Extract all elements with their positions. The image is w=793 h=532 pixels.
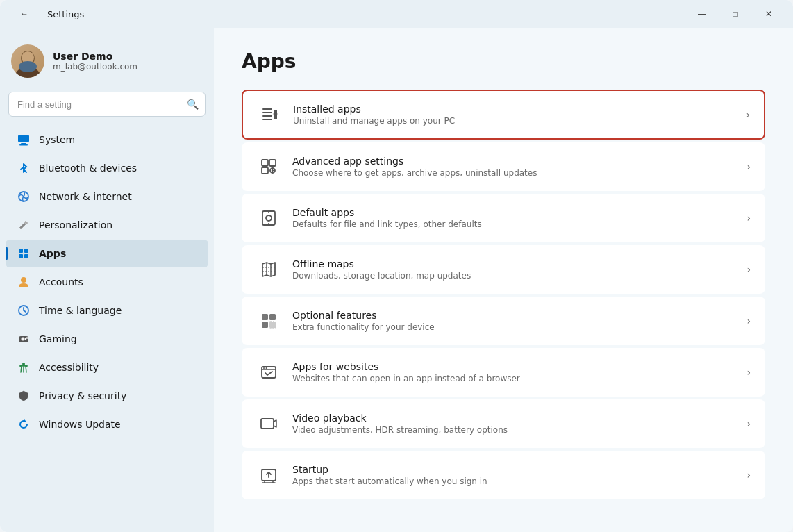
search-icon: 🔍	[187, 99, 199, 110]
optional-features-icon	[256, 308, 281, 333]
svg-rect-4	[18, 135, 29, 142]
accessibility-icon	[17, 360, 31, 374]
installed-apps-title: Installed apps	[293, 103, 735, 115]
sidebar-item-accessibility[interactable]: Accessibility	[6, 354, 208, 381]
svg-rect-26	[269, 160, 276, 166]
optional-features-chevron: ›	[746, 315, 751, 326]
search-input[interactable]	[8, 92, 206, 117]
user-name: User Demo	[53, 51, 137, 62]
bluetooth-icon	[17, 161, 31, 175]
svg-rect-19	[262, 108, 272, 110]
offline-maps-chevron: ›	[746, 264, 751, 275]
installed-apps-chevron: ›	[746, 109, 750, 120]
video-playback-chevron: ›	[746, 418, 751, 429]
optional-features-title: Optional features	[292, 310, 735, 321]
close-button[interactable]: ✕	[753, 3, 785, 25]
offline-maps-title: Offline maps	[292, 258, 735, 269]
svg-rect-6	[19, 144, 28, 146]
default-apps-desc: Defaults for file and link types, other …	[292, 219, 735, 229]
update-icon	[17, 417, 31, 431]
startup-desc: Apps that start automatically when you s…	[292, 476, 735, 486]
content-area: User Demo m_lab@outlook.com 🔍	[0, 28, 793, 532]
sidebar: User Demo m_lab@outlook.com 🔍	[0, 28, 214, 532]
svg-rect-21	[262, 115, 272, 117]
apps-for-websites-icon	[256, 360, 281, 385]
sidebar-label-accessibility: Accessibility	[39, 362, 99, 373]
sidebar-label-update: Windows Update	[39, 419, 121, 430]
sidebar-item-network[interactable]: Network & internet	[6, 183, 208, 210]
advanced-app-chevron: ›	[746, 161, 751, 172]
offline-maps-desc: Downloads, storage location, map updates	[292, 271, 735, 281]
search-box: 🔍	[8, 92, 206, 117]
settings-window: ← Settings — □ ✕ User Demo	[0, 0, 793, 532]
sidebar-item-apps[interactable]: Apps	[6, 240, 208, 267]
svg-point-39	[263, 367, 265, 369]
startup-icon	[256, 463, 281, 488]
sidebar-label-privacy: Privacy & security	[39, 390, 126, 401]
startup-text: Startup Apps that start automatically wh…	[292, 464, 735, 486]
user-info: User Demo m_lab@outlook.com	[53, 51, 137, 72]
default-apps-icon	[256, 206, 281, 231]
back-button[interactable]: ←	[8, 3, 40, 25]
optional-features-desc: Extra functionality for your device	[292, 322, 735, 332]
sidebar-item-bluetooth[interactable]: Bluetooth & devices	[6, 154, 208, 182]
maximize-button[interactable]: □	[719, 3, 751, 25]
apps-for-websites-chevron: ›	[746, 367, 751, 378]
sidebar-label-bluetooth: Bluetooth & devices	[39, 163, 137, 174]
svg-point-16	[26, 337, 28, 338]
window-title: Settings	[47, 9, 84, 19]
startup-chevron: ›	[746, 469, 751, 481]
personalization-icon	[17, 218, 31, 232]
sidebar-label-network: Network & internet	[39, 191, 132, 202]
sidebar-item-gaming[interactable]: Gaming	[6, 325, 208, 353]
apps-for-websites-title: Apps for websites	[292, 361, 735, 372]
svg-point-12	[21, 277, 26, 283]
privacy-icon	[17, 389, 31, 403]
startup-item[interactable]: Startup Apps that start automatically wh…	[242, 451, 765, 499]
svg-rect-10	[19, 254, 23, 258]
offline-maps-icon	[256, 257, 281, 282]
default-apps-item[interactable]: Default apps Defaults for file and link …	[242, 194, 765, 242]
nav-list: System Bluetooth & devices	[0, 125, 214, 532]
svg-point-3	[19, 61, 37, 72]
svg-point-30	[266, 215, 272, 221]
svg-marker-18	[24, 419, 26, 422]
sidebar-item-accounts[interactable]: Accounts	[6, 268, 208, 296]
apps-for-websites-item[interactable]: Apps for websites Websites that can open…	[242, 348, 765, 397]
apps-icon	[17, 247, 31, 260]
installed-apps-text: Installed apps Uninstall and manage apps…	[293, 103, 735, 126]
sidebar-item-personalization[interactable]: Personalization	[6, 211, 208, 239]
svg-point-40	[266, 367, 267, 369]
advanced-app-desc: Choose where to get apps, archive apps, …	[292, 168, 735, 178]
sidebar-item-system[interactable]: System	[6, 126, 208, 153]
advanced-app-text: Advanced app settings Choose where to ge…	[292, 156, 735, 178]
user-profile[interactable]: User Demo m_lab@outlook.com	[0, 39, 214, 92]
svg-rect-34	[262, 314, 268, 320]
sidebar-item-update[interactable]: Windows Update	[6, 410, 208, 438]
window-controls: — □ ✕	[686, 3, 785, 25]
video-playback-item[interactable]: Video playback Video adjustments, HDR st…	[242, 399, 765, 448]
user-email: m_lab@outlook.com	[53, 62, 137, 72]
svg-rect-25	[262, 160, 268, 166]
svg-rect-27	[262, 167, 268, 174]
svg-point-17	[22, 363, 25, 365]
svg-rect-22	[262, 119, 272, 120]
sidebar-label-apps: Apps	[39, 248, 66, 259]
svg-rect-24	[273, 113, 278, 115]
apps-for-websites-desc: Websites that can open in an app instead…	[292, 374, 735, 383]
sidebar-label-personalization: Personalization	[39, 219, 112, 231]
title-bar: ← Settings — □ ✕	[0, 0, 793, 28]
system-icon	[17, 133, 31, 147]
svg-rect-8	[19, 249, 23, 253]
advanced-app-settings-item[interactable]: Advanced app settings Choose where to ge…	[242, 142, 765, 191]
svg-rect-11	[24, 254, 28, 258]
offline-maps-item[interactable]: Offline maps Downloads, storage location…	[242, 245, 765, 294]
installed-apps-desc: Uninstall and manage apps on your PC	[293, 116, 735, 126]
sidebar-label-system: System	[39, 134, 75, 145]
sidebar-item-privacy[interactable]: Privacy & security	[6, 382, 208, 410]
optional-features-item[interactable]: Optional features Extra functionality fo…	[242, 297, 765, 345]
svg-rect-35	[269, 314, 276, 320]
minimize-button[interactable]: —	[686, 3, 718, 25]
sidebar-item-time[interactable]: Time & language	[6, 297, 208, 324]
installed-apps-item[interactable]: Installed apps Uninstall and manage apps…	[242, 90, 765, 140]
